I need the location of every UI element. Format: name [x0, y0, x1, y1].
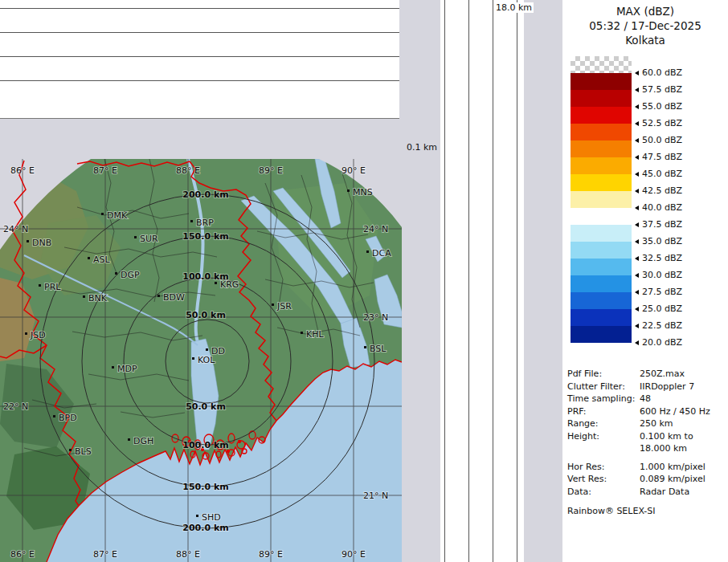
station-marker [115, 272, 117, 275]
station-label: BSL [370, 344, 386, 354]
height-gridline [0, 56, 399, 57]
station-marker [39, 284, 41, 287]
info-label: PRF: [567, 405, 640, 418]
station-label: BDW [163, 292, 185, 303]
height-gridline [517, 0, 517, 562]
station-label: KHL [306, 329, 324, 340]
station-label: ASL [93, 255, 111, 265]
radar-site-name: Kolkata [562, 33, 728, 47]
side-projection-panel [440, 0, 524, 562]
station-label: BNK [88, 293, 108, 303]
info-value: 600 Hz / 450 Hz [640, 405, 710, 418]
station-marker [190, 220, 193, 222]
scale-label: 52.5 dBZ [635, 115, 682, 132]
scale-label: 32.5 dBZ [635, 250, 682, 267]
station-marker [128, 438, 130, 441]
info-value: 0.089 km/pixel [640, 473, 706, 486]
scale-swatch [571, 90, 632, 107]
station-marker [53, 415, 55, 417]
station-label: SUR [140, 234, 158, 244]
station-marker [215, 282, 217, 284]
station-label: MNS [353, 187, 373, 198]
info-label [567, 442, 640, 455]
scale-label: 42.5 dBZ [635, 182, 682, 199]
station-marker [69, 449, 72, 451]
scale-swatch [571, 107, 632, 124]
station-marker [364, 346, 366, 348]
svg-text:87° E: 87° E [93, 165, 117, 176]
station-marker [206, 348, 208, 351]
station-label: PRL [44, 282, 61, 292]
scale-swatch [571, 73, 632, 90]
height-gridline [0, 8, 399, 9]
svg-text:86° E: 86° E [10, 549, 35, 560]
station-marker [157, 295, 160, 297]
info-label: Vert Res: [567, 473, 640, 486]
legend-panel: MAX (dBZ) 05:32 / 17-Dec-2025 Kolkata 60… [562, 0, 728, 562]
svg-text:90° E: 90° E [342, 549, 366, 560]
svg-text:89° E: 89° E [259, 165, 283, 176]
scale-swatch [571, 56, 632, 73]
svg-text:21° N: 21° N [363, 491, 388, 501]
station-label: BRP [196, 218, 214, 228]
svg-text:100.0 km: 100.0 km [182, 440, 228, 450]
svg-text:50.0 km: 50.0 km [186, 401, 226, 412]
scale-swatch [571, 242, 632, 259]
scale-label: 37.5 dBZ [635, 216, 682, 233]
scale-swatch [571, 174, 632, 191]
info-value: Radar Data [640, 486, 689, 499]
scale-label: 25.0 dBZ [635, 300, 682, 317]
station-marker [366, 250, 369, 253]
scale-label: 55.0 dBZ [635, 98, 682, 115]
station-marker [272, 303, 274, 306]
station-marker [101, 213, 104, 215]
station-label: DCA [372, 248, 391, 259]
scale-swatch [571, 191, 632, 208]
svg-text:150.0 km: 150.0 km [182, 482, 228, 492]
station-label: BLS [75, 446, 92, 457]
station-marker [83, 295, 85, 298]
radar-display-window: 18.0 km 0.1 km [0, 0, 728, 562]
map-viewport[interactable]: 200.0 km 150.0 km 100.0 km 50.0 km 50.0 … [0, 159, 402, 562]
color-scale-labels: 60.0 dBZ 57.5 dBZ 55.0 dBZ 52.5 dBZ 50.0… [635, 64, 682, 351]
info-label: Time sampling: [567, 393, 640, 405]
station-label: JSR [276, 301, 292, 312]
scale-swatch [571, 275, 632, 292]
product-datetime: 05:32 / 17-Dec-2025 [562, 18, 728, 33]
scale-label: 40.0 dBZ [635, 199, 682, 216]
info-label: Pdf File: [567, 368, 640, 381]
svg-text:88° E: 88° E [176, 549, 200, 560]
scale-swatch [571, 140, 632, 157]
station-marker [301, 332, 303, 334]
scale-label: 35.0 dBZ [635, 233, 682, 250]
station-label: BPD [59, 413, 77, 423]
svg-text:24° N: 24° N [3, 224, 28, 234]
svg-text:90° E: 90° E [342, 165, 366, 176]
svg-text:50.0 km: 50.0 km [186, 310, 226, 320]
info-value: 1.000 km/pixel [640, 461, 706, 474]
info-value: 250 km [640, 417, 673, 430]
info-value: IIRDoppler 7 [640, 381, 694, 393]
scale-swatch [571, 259, 632, 275]
station-marker [192, 357, 194, 360]
station-marker [112, 366, 114, 369]
station-marker [27, 240, 29, 242]
svg-text:23° N: 23° N [363, 312, 388, 323]
color-scale [571, 56, 632, 343]
scale-swatch [571, 292, 632, 309]
svg-text:200.0 km: 200.0 km [182, 189, 228, 200]
info-value: 48 [640, 393, 651, 405]
info-label: Clutter Filter: [567, 381, 640, 393]
svg-text:24° N: 24° N [363, 224, 388, 234]
scale-label: 22.5 dBZ [635, 317, 682, 334]
station-label: KRG [220, 279, 239, 290]
svg-text:87° E: 87° E [93, 549, 117, 560]
info-label: Range: [567, 417, 640, 430]
info-label: Hor Res: [567, 461, 640, 474]
product-info: Pdf File:250Z.max Clutter Filter:IIRDopp… [567, 368, 725, 517]
station-label: DGH [133, 436, 153, 446]
scale-label: 57.5 dBZ [635, 81, 682, 98]
station-marker [347, 189, 350, 192]
height-gridline [444, 0, 445, 562]
info-label: Height: [567, 430, 640, 443]
